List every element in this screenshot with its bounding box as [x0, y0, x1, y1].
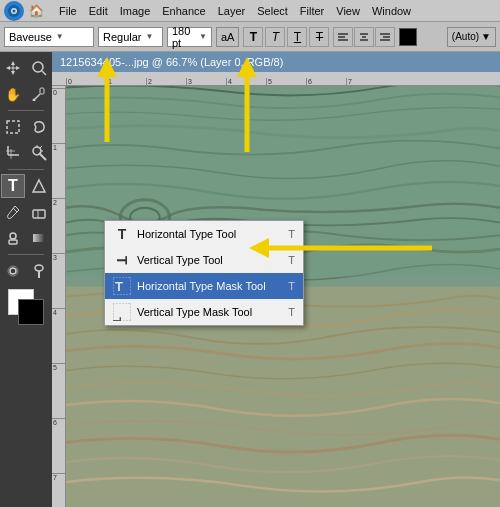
lasso-tool[interactable] [27, 115, 51, 139]
horizontal-type-mask-label: Horizontal Type Mask Tool [137, 280, 282, 292]
svg-rect-29 [33, 210, 45, 218]
blur-tool[interactable] [1, 259, 25, 283]
dropdown-item-vertical-type[interactable]: T Vertical Type Tool T [105, 247, 303, 273]
italic-text-btn[interactable]: T [265, 27, 285, 47]
horizontal-type-label: Horizontal Type Tool [137, 228, 282, 240]
text-style-group: T T T T [243, 27, 329, 47]
ruler-tick-5: 5 [266, 78, 306, 85]
brush-tool[interactable] [1, 200, 25, 224]
horizontal-type-mask-shortcut: T [288, 280, 295, 292]
tool-row-7 [1, 259, 51, 283]
vertical-type-mask-label: Vertical Type Mask Tool [137, 306, 282, 318]
menu-select[interactable]: Select [252, 0, 293, 22]
image-titlebar: 1215634405-...jpg @ 66.7% (Layer 0, RGB/… [52, 52, 500, 72]
toolbar-divider-2 [8, 169, 44, 170]
svg-text:T: T [115, 279, 123, 294]
svg-rect-32 [9, 240, 17, 244]
svg-point-36 [35, 265, 43, 271]
canvas-area: 1215634405-...jpg @ 66.7% (Layer 0, RGB/… [52, 52, 500, 507]
font-size-arrow: ▼ [199, 32, 207, 41]
options-bar: Baveuse ▼ Regular ▼ 180 pt ▼ aA T T T T … [0, 22, 500, 52]
auto-button[interactable]: (Auto) ▼ [447, 27, 496, 47]
eyedropper-tool[interactable] [27, 82, 51, 106]
align-center-btn[interactable] [354, 27, 374, 47]
ruler-tick-2: 2 [146, 78, 186, 85]
auto-arrow: ▼ [481, 31, 491, 42]
menu-view[interactable]: View [331, 0, 365, 22]
svg-line-13 [42, 71, 46, 75]
menu-file[interactable]: File [54, 0, 82, 22]
selection-tool[interactable] [1, 115, 25, 139]
align-left-btn[interactable] [333, 27, 353, 47]
font-style-dropdown[interactable]: Regular ▼ [98, 27, 163, 47]
font-name-dropdown[interactable]: Baveuse ▼ [4, 27, 94, 47]
menu-bar: 🏠 File Edit Image Enhance Layer Select F… [0, 0, 500, 22]
ruler-top: 0 1 2 3 4 5 6 7 [52, 72, 500, 86]
svg-rect-14 [40, 88, 44, 94]
dropdown-item-horizontal-type[interactable]: T Horizontal Type Tool T [105, 221, 303, 247]
type-tool[interactable]: T [1, 174, 25, 198]
ruler-tick-4: 4 [226, 78, 266, 85]
menu-edit[interactable]: Edit [84, 0, 113, 22]
image-title: 1215634405-...jpg @ 66.7% (Layer 0, RGB/… [60, 56, 283, 68]
color-swatches[interactable] [8, 289, 44, 325]
toolbar-divider-1 [8, 110, 44, 111]
strikethrough-text-btn[interactable]: T [309, 27, 329, 47]
crop-tool[interactable] [1, 141, 25, 165]
font-style-arrow: ▼ [146, 32, 154, 41]
dropdown-item-horizontal-type-mask[interactable]: T Horizontal Type Mask Tool T [105, 273, 303, 299]
ruler-tick-1: 1 [106, 78, 146, 85]
ruler-tick-6: 6 [306, 78, 346, 85]
move-tool[interactable] [1, 56, 25, 80]
bold-text-btn[interactable]: T [243, 27, 263, 47]
stamp-tool[interactable] [1, 226, 25, 250]
tool-row-2: ✋ [1, 82, 51, 106]
app-icon [4, 1, 24, 21]
vertical-type-mask-icon: T [113, 303, 131, 321]
menu-image[interactable]: Image [115, 0, 156, 22]
background-color[interactable] [18, 299, 44, 325]
zoom-tool[interactable] [27, 56, 51, 80]
gradient-tool[interactable] [27, 226, 51, 250]
dodge-tool[interactable] [27, 259, 51, 283]
svg-rect-33 [33, 234, 45, 242]
menu-filter[interactable]: Filter [295, 0, 329, 22]
toolbar: ✋ [0, 52, 52, 507]
menu-window[interactable]: Window [367, 0, 416, 22]
main-area: ✋ [0, 52, 500, 507]
eraser-tool[interactable] [27, 200, 51, 224]
svg-rect-17 [7, 121, 19, 133]
app-icons: 🏠 [4, 1, 46, 21]
svg-point-23 [33, 147, 41, 155]
svg-text:T: T [113, 317, 124, 321]
ruler-tick-container: 0 1 2 3 4 5 6 7 [66, 72, 386, 85]
text-color-swatch[interactable] [399, 28, 417, 46]
svg-point-35 [10, 268, 16, 274]
svg-point-12 [33, 62, 43, 72]
ruler-tick-3: 3 [186, 78, 226, 85]
horizontal-type-icon: T [113, 225, 131, 243]
tool-row-5 [1, 200, 51, 224]
magic-wand-tool[interactable] [27, 141, 51, 165]
underline-text-btn[interactable]: T [287, 27, 307, 47]
tool-row-4 [1, 141, 51, 165]
vertical-type-label: Vertical Type Tool [137, 254, 282, 266]
tool-row-3 [1, 115, 51, 139]
ruler-tick-0: 0 [66, 78, 106, 85]
vertical-type-mask-shortcut: T [288, 306, 295, 318]
shape-tool[interactable] [27, 174, 51, 198]
horizontal-type-shortcut: T [288, 228, 295, 240]
vertical-type-icon: T [113, 251, 131, 269]
antialiasing-button[interactable]: aA [216, 27, 239, 47]
ruler-left: 0 1 2 3 4 5 6 7 [52, 86, 66, 507]
tool-row-6 [1, 226, 51, 250]
menu-layer[interactable]: Layer [213, 0, 251, 22]
hand-tool[interactable]: ✋ [1, 82, 25, 106]
tool-row-1 [1, 56, 51, 80]
font-size-dropdown[interactable]: 180 pt ▼ [167, 27, 212, 47]
dropdown-item-vertical-type-mask[interactable]: T Vertical Type Mask Tool T [105, 299, 303, 325]
menu-enhance[interactable]: Enhance [157, 0, 210, 22]
home-icon[interactable]: 🏠 [26, 1, 46, 21]
svg-line-28 [13, 208, 17, 212]
align-right-btn[interactable] [375, 27, 395, 47]
